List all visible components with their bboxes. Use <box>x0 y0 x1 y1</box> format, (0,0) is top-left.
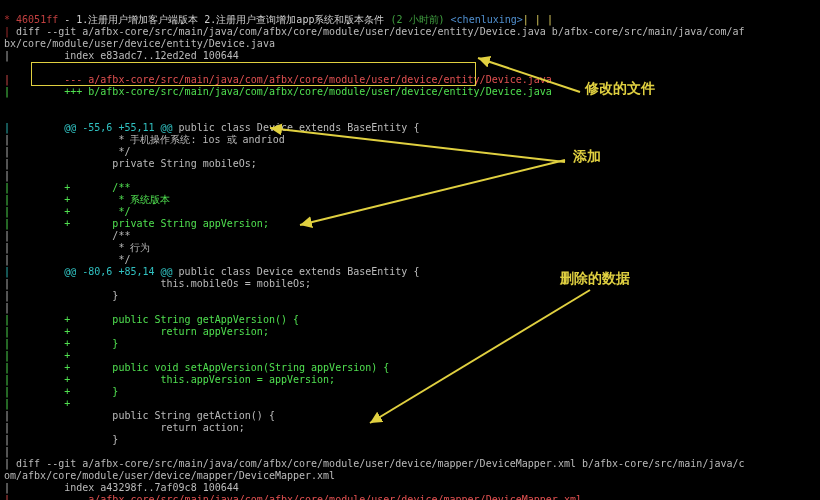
diff-line: | */ <box>4 254 130 265</box>
diff-line-add: | + this.appVersion = appVersion; <box>4 374 335 385</box>
commit-decoration: | | | <box>523 14 553 25</box>
diff-cmd: | diff --git a/afbx-core/src/main/java/c… <box>4 458 745 469</box>
commit-line: * 46051ff - 1.注册用户增加客户端版本 2.注册用户查询增加app系… <box>4 14 553 25</box>
diff-line: | public String getAction() { <box>4 410 275 421</box>
diff-line: | * 手机操作系统: ios 或 andriod <box>4 134 285 145</box>
graph-char: * <box>4 14 16 25</box>
commit-author: <chenluxing> <box>445 14 523 25</box>
diff-line: | <box>4 446 16 457</box>
diff-cmd-wrap: om/afbx/core/module/user/device/mapper/D… <box>4 470 335 481</box>
commit-time: (2 小时前) <box>384 14 444 25</box>
diff-line: | private String mobileOs; <box>4 158 257 169</box>
diff-plus-file: | +++ b/afbx-core/src/main/java/com/afbx… <box>4 86 552 97</box>
diff-line-add: | + public String getAppVersion() { <box>4 314 299 325</box>
diff-line-add: | + /** <box>4 182 130 193</box>
diff-line: | } <box>4 434 118 445</box>
diff-line: | /** <box>4 230 130 241</box>
diff-line-add: | + } <box>4 386 118 397</box>
diff-line: | return action; <box>4 422 245 433</box>
diff-line: | */ <box>4 146 130 157</box>
diff-minus-file: | --- a/afbx-core/src/main/java/com/afbx… <box>4 74 552 85</box>
diff-cmd-wrap: bx/core/module/user/device/entity/Device… <box>4 38 275 49</box>
diff-index: | index a43298f..7af09c8 100644 <box>4 482 239 493</box>
annotation-added: 添加 <box>573 150 601 162</box>
diff-cmd: | diff --git a/afbx-core/src/main/java/c… <box>4 26 745 37</box>
diff-line-add: | + <box>4 398 70 409</box>
diff-line-add: | + <box>4 350 70 361</box>
diff-line: | * 行为 <box>4 242 150 253</box>
file-header-box: | --- a/afbx-core/src/main/java/com/afbx… <box>4 62 816 110</box>
commit-hash: 46051ff <box>16 14 58 25</box>
diff-line-add: | + * 系统版本 <box>4 194 170 205</box>
commit-subject: 1.注册用户增加客户端版本 2.注册用户查询增加app系统和版本条件 <box>76 14 384 25</box>
diff-line-add: | + return appVersion; <box>4 326 269 337</box>
hunk-header: | @@ -80,6 +85,14 @@ public class Device… <box>4 266 419 277</box>
diff-line: | } <box>4 290 118 301</box>
annotation-deleted: 删除的数据 <box>560 272 630 284</box>
diff-line-add: | + public void setAppVersion(String app… <box>4 362 389 373</box>
diff-line: | <box>4 170 16 181</box>
annotation-modified-file: 修改的文件 <box>585 82 655 94</box>
hunk-header: | @@ -55,6 +55,11 @@ public class Device… <box>4 122 419 133</box>
diff-minus-file: | --- a/afbx-core/src/main/java/com/afbx… <box>4 494 582 500</box>
diff-line: | this.mobileOs = mobileOs; <box>4 278 311 289</box>
diff-line-add: | + */ <box>4 206 130 217</box>
diff-line: | <box>4 302 16 313</box>
git-diff-output: * 46051ff - 1.注册用户增加客户端版本 2.注册用户查询增加app系… <box>0 0 820 500</box>
diff-line-add: | + private String appVersion; <box>4 218 269 229</box>
diff-line-add: | + } <box>4 338 118 349</box>
diff-index: | index e83adc7..12ed2ed 100644 <box>4 50 239 61</box>
